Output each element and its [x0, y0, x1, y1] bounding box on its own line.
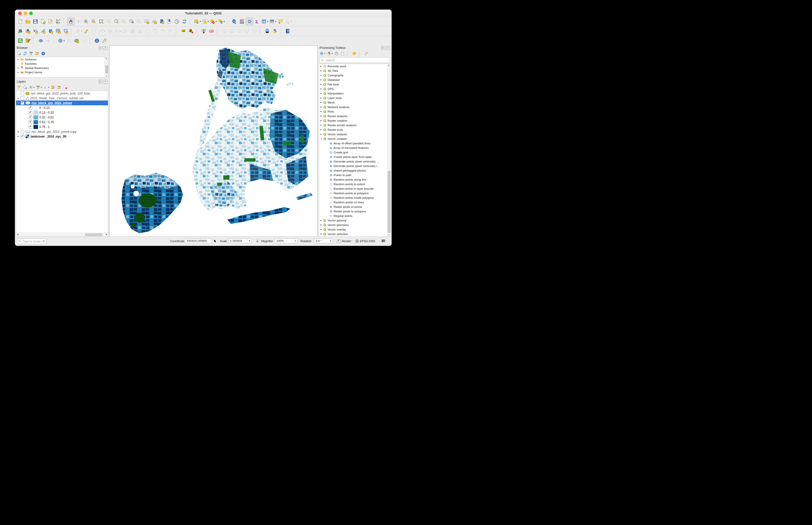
- temporal-controller-button[interactable]: [173, 17, 180, 26]
- layer-styling-button[interactable]: [16, 85, 22, 90]
- identify-features-button[interactable]: [231, 17, 238, 26]
- toolbox-vector-analysis[interactable]: ▶Vector analysis: [319, 132, 390, 137]
- browser-close-button[interactable]: [104, 46, 107, 50]
- expander-icon[interactable]: ▶: [320, 74, 322, 76]
- layer-labeling-button[interactable]: [179, 27, 187, 35]
- title-bar[interactable]: *tutorials01_02 — QGIS: [15, 10, 392, 17]
- expander-icon[interactable]: ▶: [17, 71, 19, 73]
- digitize-tool-button[interactable]: ▾: [98, 27, 106, 35]
- layer-row-joined[interactable]: ▼nyc_block_grp_2022_joined: [16, 101, 108, 105]
- show-sum-button[interactable]: [253, 17, 261, 26]
- save-project-button[interactable]: [31, 17, 39, 26]
- algo-random-on-lines[interactable]: Random points on lines: [319, 200, 390, 205]
- gps-destination-button[interactable]: ▾: [57, 37, 65, 45]
- python-scripts-button[interactable]: ▾: [326, 51, 333, 57]
- toolbox-raster-analysis[interactable]: ▶Raster analysis: [319, 114, 390, 118]
- select-features-button[interactable]: ▾: [193, 17, 202, 26]
- open-project-button[interactable]: [24, 17, 31, 26]
- expander-icon[interactable]: ▶: [320, 124, 322, 126]
- change-label-button[interactable]: [251, 27, 258, 35]
- toolbox-vector-geometry[interactable]: ▶Vector geometry: [319, 223, 390, 227]
- models-button[interactable]: ▾: [319, 51, 326, 57]
- expander-icon[interactable]: ▶: [320, 84, 322, 86]
- expander-icon[interactable]: ▶: [320, 70, 322, 72]
- python-console-button[interactable]: [271, 27, 279, 35]
- paste-features-button[interactable]: [151, 27, 159, 35]
- zoom-next-button[interactable]: [135, 17, 143, 26]
- algo-random-in-extent[interactable]: Random points in extent: [319, 182, 390, 186]
- browser-scrollbar[interactable]: ▲▼: [105, 57, 108, 77]
- messages-button[interactable]: [381, 238, 386, 244]
- toolbox-cartography[interactable]: ▶Cartography: [319, 73, 390, 78]
- vertex-tool-button[interactable]: ▾: [113, 27, 121, 35]
- toolbox-file-tools[interactable]: ▶File tools: [319, 82, 390, 87]
- toggle-editing-button[interactable]: [83, 27, 90, 35]
- add-wms-layer-button[interactable]: [54, 27, 62, 35]
- measure-button[interactable]: ▾: [269, 17, 277, 26]
- expander-icon[interactable]: ▶: [320, 102, 322, 104]
- browser-add-layer-button[interactable]: [16, 51, 22, 57]
- algo-random-layer-bounds[interactable]: Random points in layer bounds: [319, 186, 390, 191]
- move-label-button[interactable]: [220, 27, 228, 35]
- plugin-settings-button[interactable]: [101, 37, 108, 45]
- toolbox-options-button[interactable]: [363, 51, 369, 57]
- show-hide-labels-button[interactable]: [228, 27, 235, 35]
- legend-class-4[interactable]: 0.52 - 0.75: [16, 120, 108, 124]
- expander-icon[interactable]: ▶: [17, 58, 19, 60]
- show-spatial-bookmarks-button[interactable]: [165, 17, 173, 26]
- toolbox-plots[interactable]: ▶Plots: [319, 109, 390, 114]
- cut-features-button[interactable]: [136, 27, 144, 35]
- gps-tracker-button[interactable]: [44, 37, 52, 45]
- algo-raster-px-polygons[interactable]: Raster pixels to polygons: [319, 209, 390, 214]
- layer-visibility-checkbox[interactable]: [21, 135, 24, 138]
- refresh-map-button[interactable]: [180, 17, 188, 26]
- algo-random-in-polygons[interactable]: Random points in polygons: [319, 191, 390, 195]
- algo-raster-px-points[interactable]: Raster pixels to points: [319, 205, 390, 209]
- minimize-window-button[interactable]: [24, 12, 27, 15]
- add-virtual-layer-button[interactable]: [47, 27, 54, 35]
- toolbox-raster-creation[interactable]: ▶Raster creation: [319, 118, 390, 123]
- new-map-view-button[interactable]: [143, 17, 150, 26]
- zoom-full-button[interactable]: [97, 17, 105, 26]
- algo-array-translated[interactable]: Array of translated features: [319, 146, 390, 150]
- results-viewer-button[interactable]: [340, 51, 345, 57]
- legend-class-1[interactable]: 0 - 0.13: [16, 105, 108, 110]
- add-gps-point-button[interactable]: [65, 37, 73, 45]
- statistical-summary-button[interactable]: [238, 17, 246, 26]
- layer-visibility-checkbox[interactable]: [29, 125, 32, 129]
- algo-random-along-line[interactable]: Random points along line: [319, 177, 390, 182]
- toolbox-layer-tools[interactable]: ▶Layer tools: [319, 96, 390, 100]
- algo-points-to-path[interactable]: Points to path: [319, 173, 390, 177]
- data-source-manager-button[interactable]: [16, 27, 24, 35]
- layers-float-button[interactable]: [99, 80, 103, 84]
- edit-features-in-place-button[interactable]: [351, 51, 357, 57]
- expander-icon[interactable]: ▼: [17, 102, 19, 104]
- add-vector-tile-layer-button[interactable]: [62, 27, 69, 35]
- new-shapefile-button[interactable]: [73, 37, 81, 45]
- layer-row-street-tree[interactable]: ▶2015_Street_Tree_ Census_subset_um: [16, 96, 108, 101]
- browser-float-button[interactable]: [99, 46, 103, 50]
- layer-visibility-checkbox[interactable]: [21, 101, 24, 105]
- expander-icon[interactable]: ▶: [320, 224, 322, 226]
- expander-icon[interactable]: ▶: [320, 110, 322, 112]
- toolbox-scrollbar[interactable]: ▲▼: [387, 64, 390, 236]
- close-window-button[interactable]: [18, 12, 22, 15]
- layer-visibility-checkbox[interactable]: [29, 116, 32, 119]
- toolbox-recently-used[interactable]: ▶Recently used: [319, 64, 390, 69]
- layers-close-button[interactable]: [104, 80, 107, 84]
- algo-generate-points-2[interactable]: Generate points (pixel centroids) i...: [319, 164, 390, 168]
- browser-collapse-all-button[interactable]: [34, 51, 40, 57]
- expander-icon[interactable]: ▶: [17, 67, 19, 69]
- scale-combo[interactable]: 1:183918 ▼: [228, 238, 252, 243]
- add-delimited-text-button[interactable]: [31, 27, 39, 35]
- magnifier-lock-icon[interactable]: [256, 238, 260, 244]
- add-feature-button[interactable]: [106, 27, 113, 35]
- magnifier-spinbox[interactable]: 100% ▲▼: [275, 238, 298, 243]
- expander-icon[interactable]: ▶: [320, 120, 322, 122]
- toolbox-gps[interactable]: ▶GPS: [319, 87, 390, 91]
- toolbox-float-button[interactable]: [381, 46, 385, 50]
- profile-tool-button[interactable]: [37, 37, 44, 45]
- extent-pointer-icon[interactable]: [213, 238, 217, 244]
- expander-icon[interactable]: ▶: [320, 129, 322, 131]
- zoom-to-layer-button[interactable]: [113, 17, 120, 26]
